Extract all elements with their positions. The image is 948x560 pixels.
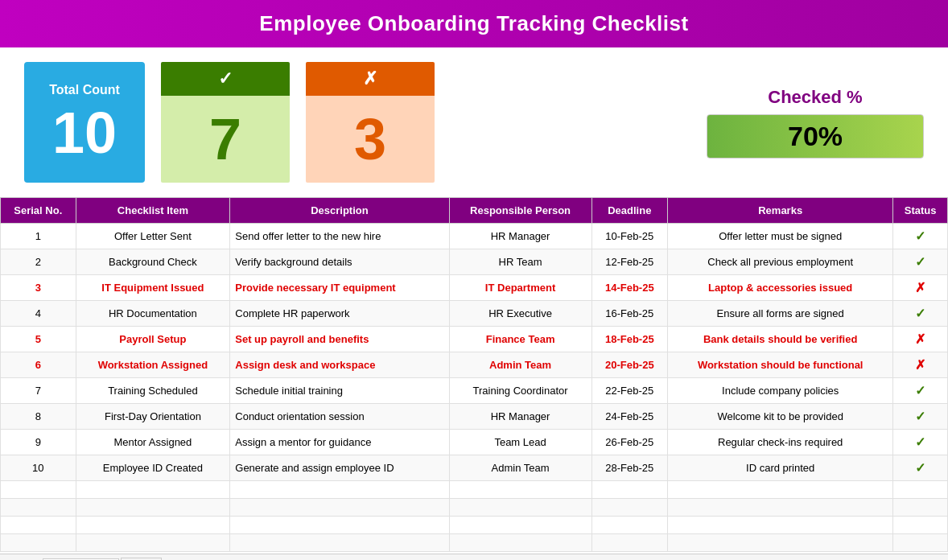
app-container: Employee Onboarding Tracking Checklist T… [0, 0, 948, 560]
checked-percent-bar: 70% [707, 114, 924, 159]
cell-description: Verify background details [230, 249, 449, 275]
cell-status: ✓ [893, 249, 948, 275]
table-row: 8 First-Day Orientation Conduct orientat… [1, 404, 948, 430]
cell-deadline: 14-Feb-25 [591, 275, 668, 301]
cell-deadline: 18-Feb-25 [591, 327, 668, 352]
col-description: Description [230, 198, 449, 224]
cross-icon: ✗ [306, 62, 435, 96]
page-header: Employee Onboarding Tracking Checklist [0, 0, 948, 47]
check-count-box: ✓ 7 [161, 62, 290, 183]
cell-remarks: Offer letter must be signed [668, 224, 893, 249]
col-remarks: Remarks [668, 198, 893, 224]
cell-status: ✓ [893, 224, 948, 249]
total-count-label: Total Count [49, 83, 120, 97]
cell-person: IT Department [449, 275, 591, 301]
cell-item: Mentor Assigned [76, 430, 230, 455]
cell-status: ✓ [893, 404, 948, 430]
cell-remarks: Regular check-ins required [668, 430, 893, 455]
cell-remarks: Include company policies [668, 378, 893, 404]
cell-item: Training Scheduled [76, 378, 230, 404]
cell-serial: 7 [1, 378, 76, 404]
table-header-row: Serial No. Checklist Item Description Re… [1, 198, 948, 224]
cell-serial: 6 [1, 352, 76, 378]
cell-deadline: 22-Feb-25 [591, 378, 668, 404]
table-row: 4 HR Documentation Complete HR paperwork… [1, 301, 948, 327]
table-row: 1 Offer Letter Sent Send offer letter to… [1, 224, 948, 249]
stats-row: Total Count 10 ✓ 7 ✗ 3 Checked % 70% [0, 47, 948, 197]
cell-serial: 5 [1, 327, 76, 352]
cell-serial: 9 [1, 430, 76, 455]
cell-person: HR Executive [449, 301, 591, 327]
cross-count-box: ✗ 3 [306, 62, 435, 183]
cell-remarks: Ensure all forms are signed [668, 301, 893, 327]
cell-status: ✗ [893, 352, 948, 378]
cell-status: ✓ [893, 378, 948, 404]
table-row: 2 Background Check Verify background det… [1, 249, 948, 275]
cell-person: Training Coordinator [449, 378, 591, 404]
cell-item: Workstation Assigned [76, 352, 230, 378]
table-row: 9 Mentor Assigned Assign a mentor for gu… [1, 430, 948, 455]
cell-description: Schedule initial training [230, 378, 449, 404]
col-status: Status [893, 198, 948, 224]
check-count-value: 7 [161, 96, 290, 183]
table-row: 6 Workstation Assigned Assign desk and w… [1, 352, 948, 378]
cell-deadline: 28-Feb-25 [591, 455, 668, 481]
checklist-table-container: Serial No. Checklist Item Description Re… [0, 197, 948, 552]
cell-status: ✗ [893, 275, 948, 301]
cell-item: Background Check [76, 249, 230, 275]
cell-description: Assign desk and workspace [230, 352, 449, 378]
cell-deadline: 20-Feb-25 [591, 352, 668, 378]
cell-serial: 1 [1, 224, 76, 249]
table-empty-row [1, 534, 948, 552]
table-empty-row [1, 481, 948, 499]
cell-description: Generate and assign employee ID [230, 455, 449, 481]
cell-deadline: 24-Feb-25 [591, 404, 668, 430]
checked-percent-value: 70% [788, 121, 843, 152]
checklist-table: Serial No. Checklist Item Description Re… [0, 197, 948, 552]
cell-serial: 3 [1, 275, 76, 301]
table-row: 3 IT Equipment Issued Provide necessary … [1, 275, 948, 301]
col-serial: Serial No. [1, 198, 76, 224]
cell-item: IT Equipment Issued [76, 275, 230, 301]
total-count-box: Total Count 10 [24, 62, 145, 183]
check-icon: ✓ [161, 62, 290, 96]
cell-description: Provide necessary IT equipment [230, 275, 449, 301]
checked-percent-label: Checked % [768, 87, 862, 108]
cell-deadline: 16-Feb-25 [591, 301, 668, 327]
cell-serial: 2 [1, 249, 76, 275]
cell-person: HR Manager [449, 224, 591, 249]
col-deadline: Deadline [591, 198, 668, 224]
cell-person: Team Lead [449, 430, 591, 455]
cell-deadline: 10-Feb-25 [591, 224, 668, 249]
cell-description: Assign a mentor for guidance [230, 430, 449, 455]
cell-description: Set up payroll and benefits [230, 327, 449, 352]
cell-person: HR Manager [449, 404, 591, 430]
cell-description: Send offer letter to the new hire [230, 224, 449, 249]
cell-status: ✗ [893, 327, 948, 352]
cell-item: Employee ID Created [76, 455, 230, 481]
cell-remarks: Bank details should be verified [668, 327, 893, 352]
cell-remarks: Workstation should be functional [668, 352, 893, 378]
cell-person: HR Team [449, 249, 591, 275]
cell-person: Admin Team [449, 352, 591, 378]
cell-item: HR Documentation [76, 301, 230, 327]
cell-deadline: 26-Feb-25 [591, 430, 668, 455]
cell-description: Complete HR paperwork [230, 301, 449, 327]
cell-serial: 8 [1, 404, 76, 430]
cell-deadline: 12-Feb-25 [591, 249, 668, 275]
col-item: Checklist Item [76, 198, 230, 224]
cell-person: Admin Team [449, 455, 591, 481]
cell-item: First-Day Orientation [76, 404, 230, 430]
table-row: 10 Employee ID Created Generate and assi… [1, 455, 948, 481]
cell-serial: 4 [1, 301, 76, 327]
total-count-value: 10 [52, 104, 117, 162]
cell-remarks: Laptop & accessories issued [668, 275, 893, 301]
col-person: Responsible Person [449, 198, 591, 224]
cell-remarks: ID card printed [668, 455, 893, 481]
table-empty-row [1, 517, 948, 534]
cell-serial: 10 [1, 455, 76, 481]
cell-remarks: Check all previous employment [668, 249, 893, 275]
table-row: 7 Training Scheduled Schedule initial tr… [1, 378, 948, 404]
cross-count-value: 3 [306, 96, 435, 183]
table-row: 5 Payroll Setup Set up payroll and benef… [1, 327, 948, 352]
